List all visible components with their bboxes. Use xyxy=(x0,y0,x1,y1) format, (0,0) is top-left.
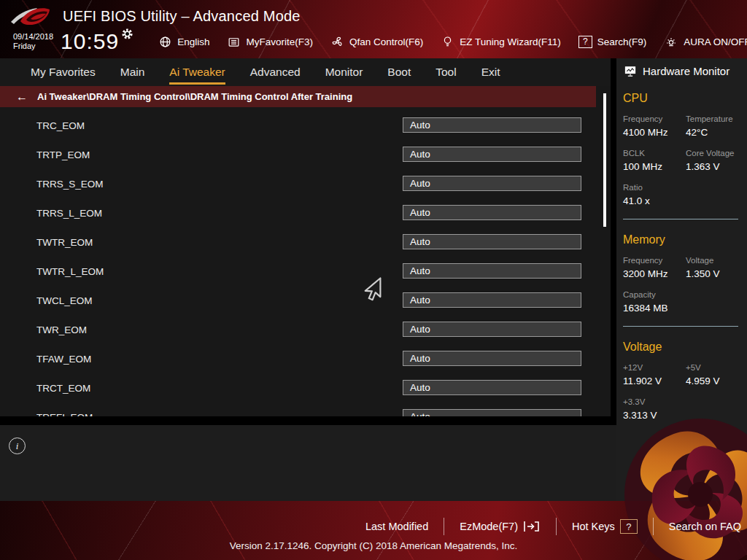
rog-logo-icon xyxy=(9,3,51,29)
version-text: Version 2.17.1246. Copyright (C) 2018 Am… xyxy=(0,540,747,551)
sidebar-divider xyxy=(623,219,738,219)
setting-value: Auto xyxy=(410,382,430,393)
setting-row: TRRS_S_EOM Auto xyxy=(0,169,611,198)
tab-ai-tweaker[interactable]: Ai Tweaker xyxy=(169,60,225,85)
tab-main[interactable]: Main xyxy=(120,60,145,85)
setting-row: TWCL_EOM Auto xyxy=(0,286,611,315)
setting-value: Auto xyxy=(410,236,430,247)
setting-row: TREFI_EOM Auto xyxy=(0,402,611,416)
voltage-3v3: +3.3V3.313 V xyxy=(623,397,686,421)
setting-select[interactable]: Auto xyxy=(403,351,581,366)
tab-tool[interactable]: Tool xyxy=(436,60,456,85)
qfan-label: Qfan Control(F6) xyxy=(349,36,423,47)
setting-value: Auto xyxy=(410,411,430,416)
voltage-section-title: Voltage xyxy=(623,341,738,354)
setting-value: Auto xyxy=(410,324,430,335)
setting-select[interactable]: Auto xyxy=(403,117,581,133)
footer-divider xyxy=(444,518,444,535)
cpu-ratio: Ratio41.0 x xyxy=(623,183,686,206)
hardware-monitor-panel: Hardware Monitor CPU Frequency4100 MHz T… xyxy=(616,58,747,501)
settings-list: TRC_EOM Auto TRTP_EOM Auto TRRS_S_EOM Au… xyxy=(0,111,611,416)
settings-panel: ← Ai Tweaker\DRAM Timing Control\DRAM Ti… xyxy=(0,86,611,416)
setting-select[interactable]: Auto xyxy=(403,147,581,162)
setting-value: Auto xyxy=(410,207,430,218)
back-arrow-icon[interactable]: ← xyxy=(16,90,28,104)
aura-toggle-button[interactable]: AURA ON/OFF(F4) xyxy=(664,35,747,49)
hardware-monitor-title: Hardware Monitor xyxy=(643,65,729,77)
hot-keys-label: Hot Keys xyxy=(572,521,615,532)
setting-label: TREFI_EOM xyxy=(36,412,93,417)
scrollbar-track[interactable] xyxy=(598,86,611,416)
setting-row: TRTP_EOM Auto xyxy=(0,140,611,169)
footer: Last Modified EzMode(F7) Hot Keys ? Sear… xyxy=(0,501,747,560)
setting-value: Auto xyxy=(410,149,430,160)
ezmode-enter-icon xyxy=(523,520,541,533)
setting-select[interactable]: Auto xyxy=(403,322,581,337)
setting-select[interactable]: Auto xyxy=(403,263,581,279)
setting-label: TWR_EOM xyxy=(36,324,87,335)
ez-tuning-wizard-button[interactable]: EZ Tuning Wizard(F11) xyxy=(441,35,561,49)
language-button[interactable]: English xyxy=(158,35,209,49)
scrollbar-thumb[interactable] xyxy=(603,93,606,227)
cpu-frequency: Frequency4100 MHz xyxy=(623,114,686,138)
setting-label: TRRS_L_EOM xyxy=(36,208,102,219)
description-panel: i xyxy=(0,425,616,501)
language-label: English xyxy=(177,36,209,47)
setting-label: TRRS_S_EOM xyxy=(36,179,104,190)
qfan-control-button[interactable]: Qfan Control(F6) xyxy=(330,35,423,49)
info-icon: i xyxy=(9,438,26,454)
search-on-faq-button[interactable]: Search on FAQ xyxy=(669,521,741,532)
setting-select[interactable]: Auto xyxy=(403,176,581,191)
tab-boot[interactable]: Boot xyxy=(387,60,411,85)
breadcrumb-path: Ai Tweaker\DRAM Timing Control\DRAM Timi… xyxy=(37,91,352,102)
tab-exit[interactable]: Exit xyxy=(481,60,500,85)
myfavorite-button[interactable]: MyFavorite(F3) xyxy=(227,35,313,49)
fan-icon xyxy=(330,35,344,49)
setting-select[interactable]: Auto xyxy=(403,292,581,308)
memory-capacity: Capacity16384 MB xyxy=(623,290,686,314)
setting-row: TRRS_L_EOM Auto xyxy=(0,198,611,228)
ezmode-button[interactable]: EzMode(F7) xyxy=(460,520,541,533)
clock-settings-gear-icon[interactable] xyxy=(121,28,133,40)
setting-label: TRC_EOM xyxy=(36,120,85,131)
last-modified-button[interactable]: Last Modified xyxy=(365,521,428,532)
memory-voltage: Voltage1.350 V xyxy=(686,256,738,279)
tab-monitor[interactable]: Monitor xyxy=(325,60,363,85)
setting-row: TRCT_EOM Auto xyxy=(0,373,611,402)
footer-divider xyxy=(653,518,654,535)
voltage-12v: +12V11.902 V xyxy=(623,363,686,386)
setting-select[interactable]: Auto xyxy=(403,234,581,249)
cpu-bclk: BCLK100 MHz xyxy=(623,149,686,172)
last-modified-label: Last Modified xyxy=(365,521,428,532)
hot-keys-question-icon: ? xyxy=(620,519,638,534)
footer-divider xyxy=(556,518,557,535)
app-title: UEFI BIOS Utility – Advanced Mode xyxy=(63,8,301,25)
tab-advanced[interactable]: Advanced xyxy=(250,60,301,85)
memory-frequency: Frequency3200 MHz xyxy=(623,256,686,279)
search-button[interactable]: ? Search(F9) xyxy=(578,36,647,48)
tab-my-favorites[interactable]: My Favorites xyxy=(31,60,96,85)
hot-keys-button[interactable]: Hot Keys ? xyxy=(572,519,638,534)
setting-value: Auto xyxy=(410,353,430,364)
date-display: 09/14/2018 Friday xyxy=(13,32,53,51)
setting-select[interactable]: Auto xyxy=(403,380,581,395)
top-banner: UEFI BIOS Utility – Advanced Mode 09/14/… xyxy=(0,0,747,58)
lightbulb-icon xyxy=(441,35,454,49)
question-box-icon: ? xyxy=(578,36,592,48)
setting-value: Auto xyxy=(410,120,430,131)
setting-select[interactable]: Auto xyxy=(403,409,581,416)
setting-label: TWTR_L_EOM xyxy=(36,266,104,277)
memory-section-title: Memory xyxy=(623,233,738,246)
globe-icon xyxy=(158,35,172,49)
ezmode-label: EzMode(F7) xyxy=(460,521,518,532)
cpu-section-title: CPU xyxy=(623,92,738,105)
setting-select[interactable]: Auto xyxy=(403,205,581,220)
time-display: 10:59 xyxy=(61,29,133,54)
setting-value: Auto xyxy=(410,295,430,306)
setting-value: Auto xyxy=(410,265,430,276)
setting-label: TRCT_EOM xyxy=(36,383,90,394)
setting-row: TWTR_EOM Auto xyxy=(0,228,611,257)
sidebar-divider xyxy=(623,326,738,327)
setting-label: TFAW_EOM xyxy=(36,354,91,365)
setting-label: TWTR_EOM xyxy=(36,237,93,248)
